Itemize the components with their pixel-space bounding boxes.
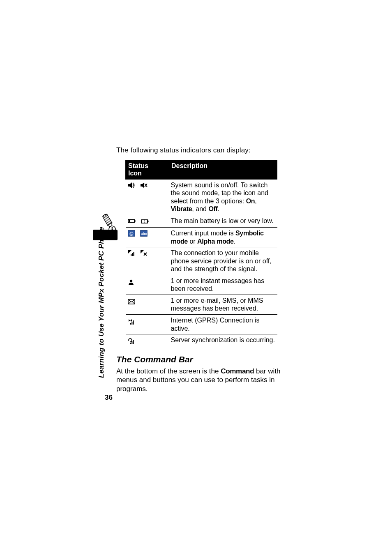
- svg-rect-41: [133, 340, 134, 344]
- sound-off-icon: [140, 182, 148, 189]
- cell-description: Current input mode is Symbolic mode or A…: [169, 228, 277, 247]
- svg-marker-38: [130, 319, 132, 322]
- cell-icons: [126, 334, 169, 347]
- table-row: System sound is on/off. To switch the so…: [126, 179, 277, 215]
- table-row: The connection to your mobile phone serv…: [126, 247, 277, 275]
- cell-description: System sound is on/off. To switch the so…: [169, 179, 277, 215]
- battery-very-low-icon: !: [141, 218, 149, 224]
- svg-marker-23: [128, 250, 131, 253]
- cell-icons: [126, 275, 169, 295]
- cell-description: Server synchronization is occurring.: [169, 334, 277, 347]
- table-row: Internet (GPRS) Connection is active.: [126, 315, 277, 334]
- svg-marker-9: [128, 182, 132, 188]
- page-number: 36: [105, 394, 113, 402]
- cell-description: 1 or more instant messages has been rece…: [169, 275, 277, 295]
- cell-description: The connection to your mobile phone serv…: [169, 247, 277, 275]
- cell-description: The main battery is low or very low.: [169, 215, 277, 228]
- svg-rect-40: [131, 341, 132, 344]
- svg-rect-25: [132, 253, 133, 256]
- cell-icons: @ abc: [126, 228, 169, 247]
- svg-rect-39: [130, 343, 131, 344]
- signal-on-icon: [128, 250, 135, 256]
- intro-text: The following status indicators can disp…: [116, 146, 281, 154]
- svg-rect-26: [133, 252, 134, 256]
- sync-icon: [128, 338, 135, 345]
- table-row: @ abc Current input mode is Symbolic mod…: [126, 228, 277, 247]
- cell-icons: [126, 315, 169, 334]
- svg-marker-27: [141, 250, 144, 253]
- svg-rect-15: [129, 220, 130, 222]
- input-symbolic-icon: @: [128, 230, 135, 237]
- svg-rect-24: [131, 254, 131, 256]
- svg-marker-10: [141, 182, 144, 188]
- gprs-icon: [128, 318, 135, 325]
- cell-icons: !: [126, 215, 169, 228]
- table-row: 1 or more e-mail, SMS, or MMS messages h…: [126, 295, 277, 314]
- svg-point-30: [129, 280, 132, 282]
- th-icon: Icon: [128, 170, 142, 177]
- running-side-label: Learning to Use Your MPx Pocket PC Phone: [97, 227, 106, 378]
- cell-description: 1 or more e-mail, SMS, or MMS messages h…: [169, 295, 277, 314]
- svg-rect-35: [131, 322, 132, 325]
- svg-text:abc: abc: [141, 232, 147, 236]
- svg-point-7: [112, 227, 113, 228]
- section-body: At the bottom of the screen is the Comma…: [116, 367, 281, 394]
- th-status: Status: [128, 162, 148, 169]
- table-row: 1 or more instant messages has been rece…: [126, 275, 277, 295]
- input-alpha-icon: abc: [140, 230, 148, 237]
- svg-text:@: @: [129, 231, 134, 236]
- cell-icons: [126, 179, 169, 215]
- status-icon-table: Status Icon Description: [125, 160, 277, 347]
- svg-rect-14: [134, 220, 136, 222]
- signal-off-icon: [140, 250, 148, 256]
- mail-icon: [128, 299, 135, 304]
- cell-icons: [126, 247, 169, 275]
- section-heading-command-bar: The Command Bar: [116, 355, 281, 364]
- table-row: Server synchronization is occurring.: [126, 334, 277, 347]
- svg-rect-17: [148, 221, 149, 222]
- table-header-icon: Status Icon: [126, 161, 169, 180]
- battery-low-icon: [128, 218, 136, 224]
- sound-on-icon: [128, 182, 135, 189]
- svg-marker-37: [129, 319, 130, 322]
- table-row: ! The main battery is low or very low.: [126, 215, 277, 228]
- svg-text:!: !: [143, 219, 145, 223]
- cell-description: Internet (GPRS) Connection is active.: [169, 315, 277, 334]
- svg-rect-36: [133, 320, 134, 325]
- svg-rect-34: [130, 323, 131, 325]
- table-header-description: Description: [169, 161, 277, 180]
- im-icon: [128, 279, 134, 286]
- cell-icons: [126, 295, 169, 314]
